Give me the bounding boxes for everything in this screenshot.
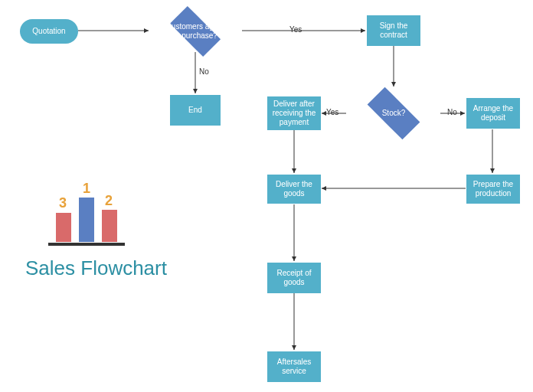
node-label: Customers agree to purchase? (163, 22, 227, 41)
node-label: Aftersales service (269, 358, 319, 376)
edge-label-yes1: Yes (289, 25, 302, 34)
node-label: Sign the contract (368, 21, 419, 40)
edge-label-no2: No (447, 108, 457, 116)
node-prepare-production: Prepare the production (466, 175, 520, 204)
edge-label-no1: No (199, 67, 209, 76)
node-label: Receipt of goods (269, 269, 319, 287)
node-label: Deliver the goods (269, 180, 319, 198)
node-label: Deliver after receiving the payment (269, 100, 319, 127)
edge-label-yes2: Yes (326, 108, 338, 116)
node-sign-contract: Sign the contract (367, 15, 420, 46)
podium-num-2: 2 (105, 193, 113, 209)
podium-bar-1 (79, 198, 94, 242)
node-label: End (188, 106, 202, 115)
node-stock: Stock? (360, 96, 427, 131)
node-receipt-goods: Receipt of goods (267, 263, 321, 293)
node-label: Arrange the deposit (468, 104, 518, 122)
node-customers-agree: Customers agree to purchase? (163, 14, 227, 48)
podium-baseline (48, 243, 125, 246)
node-quotation: Quotation (20, 19, 78, 44)
node-deliver-after-payment: Deliver after receiving the payment (267, 96, 321, 130)
node-label: Stock? (382, 109, 406, 118)
podium-bar-2 (102, 210, 117, 242)
podium-num-3: 3 (59, 195, 67, 211)
podium-num-1: 1 (83, 181, 90, 197)
node-label: Prepare the production (468, 180, 518, 198)
node-end: End (170, 95, 221, 126)
flowchart-arrows (0, 0, 533, 392)
node-aftersales: Aftersales service (267, 351, 321, 382)
podium-bar-3 (56, 213, 71, 242)
node-label: Quotation (32, 27, 65, 36)
node-deliver-goods: Deliver the goods (267, 175, 321, 204)
page-title: Sales Flowchart (25, 256, 167, 280)
node-arrange-deposit: Arrange the deposit (466, 98, 520, 129)
